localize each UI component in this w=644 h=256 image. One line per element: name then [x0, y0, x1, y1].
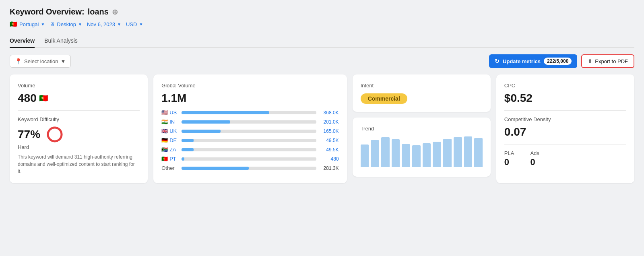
cpc-label: CPC [504, 83, 626, 89]
pla-item: PLA 0 [504, 150, 514, 167]
pla-label: PLA [504, 150, 514, 156]
location-pin-icon: 📍 [15, 58, 22, 64]
kd-row: 77% [18, 126, 140, 143]
location-chevron: ▼ [41, 22, 45, 27]
kd-donut [46, 126, 64, 143]
svg-point-1 [48, 128, 62, 141]
update-metrics-button[interactable]: ↻ Update metrics 222/5,000 [489, 54, 577, 68]
divider-2 [504, 110, 626, 111]
device-filter[interactable]: 🖥 Desktop ▼ [50, 21, 82, 27]
trend-bar [433, 142, 441, 167]
trend-bar [361, 145, 369, 167]
location-label: Portugal [19, 21, 39, 27]
page-wrapper: Keyword Overview: loans ⊕ 🇵🇹 Portugal ▼ … [0, 0, 644, 256]
tab-bulk-analysis[interactable]: Bulk Analysis [44, 34, 77, 48]
kd-rating: Hard [18, 144, 140, 150]
select-location-label: Select location [24, 58, 58, 64]
ads-item: Ads 0 [530, 150, 539, 167]
global-volume-value: 1.1M [161, 92, 339, 105]
cpc-density-card: CPC $0.52 Competitive Density 0.07 PLA 0… [496, 74, 634, 183]
trend-bar [443, 139, 452, 167]
metrics-counter: 222/5,000 [544, 58, 572, 65]
trend-bar [381, 137, 390, 167]
location-flag: 🇵🇹 [10, 21, 17, 28]
volume-value: 480 🇵🇹 [18, 92, 140, 105]
intent-label: Intent [361, 83, 483, 89]
kd-description: This keyword will demand 311 high-author… [18, 153, 140, 175]
ads-label: Ads [530, 150, 539, 156]
pla-value: 0 [504, 157, 514, 167]
volume-label: Volume [18, 83, 140, 89]
trend-bar [454, 137, 462, 167]
currency-label: USD [126, 21, 137, 27]
trend-card: Trend [353, 118, 491, 177]
keyword: loans [88, 7, 109, 17]
ads-value: 0 [530, 157, 539, 167]
toolbar-row: 📍 Select location ▼ ↻ Update metrics 222… [10, 54, 634, 68]
select-location-button[interactable]: 📍 Select location ▼ [10, 55, 71, 68]
tab-overview[interactable]: Overview [10, 34, 35, 48]
device-chevron: ▼ [78, 22, 82, 27]
trend-bar [474, 138, 483, 167]
trend-bar [464, 136, 473, 167]
page-title: Keyword Overview: loans ⊕ [10, 7, 634, 17]
global-volume-card: Global Volume 1.1M 🇺🇸US368.0K🇮🇳IN201.0K🇬… [153, 74, 347, 183]
device-label: Desktop [57, 21, 76, 27]
trend-bar [412, 145, 421, 167]
divider-3 [504, 144, 626, 145]
intent-card: Intent Commercial [353, 74, 491, 112]
trend-bar [402, 144, 410, 167]
kd-label: Keyword Difficulty [18, 116, 140, 122]
volume-kd-card: Volume 480 🇵🇹 Keyword Difficulty 77% Har… [10, 74, 148, 183]
country-rows-container: 🇺🇸US368.0K🇮🇳IN201.0K🇬🇧UK165.0K🇩🇪DE49.5K🇿… [161, 109, 339, 171]
export-pdf-label: Export to PDF [595, 58, 628, 64]
title-prefix: Keyword Overview: [10, 7, 85, 17]
volume-flag: 🇵🇹 [39, 94, 48, 103]
country-row: 🇮🇳IN201.0K [161, 119, 339, 125]
date-filter[interactable]: Nov 6, 2023 ▼ [87, 21, 121, 27]
divider-1 [18, 110, 140, 111]
filters-row: 🇵🇹 Portugal ▼ 🖥 Desktop ▼ Nov 6, 2023 ▼ … [10, 21, 634, 28]
date-label: Nov 6, 2023 [87, 21, 115, 27]
refresh-icon: ↻ [495, 58, 500, 64]
country-row: Other281.3K [161, 165, 339, 171]
toolbar-right: ↻ Update metrics 222/5,000 ⬆ Export to P… [489, 54, 634, 68]
device-icon: 🖥 [50, 21, 55, 27]
select-location-chevron: ▼ [61, 58, 66, 64]
density-label: Competitive Density [504, 116, 626, 122]
density-value: 0.07 [504, 126, 626, 138]
location-filter[interactable]: 🇵🇹 Portugal ▼ [10, 21, 45, 28]
currency-chevron: ▼ [139, 22, 143, 27]
export-icon: ⬆ [588, 58, 592, 64]
trend-chart [361, 136, 483, 169]
pla-ads-row: PLA 0 Ads 0 [504, 150, 626, 167]
currency-filter[interactable]: USD ▼ [126, 21, 143, 27]
cpc-value: $0.52 [504, 92, 626, 105]
date-chevron: ▼ [117, 22, 121, 27]
trend-label: Trend [361, 126, 483, 132]
tabs-row: Overview Bulk Analysis [10, 34, 634, 48]
country-row: 🇬🇧UK165.0K [161, 128, 339, 134]
cards-row: Volume 480 🇵🇹 Keyword Difficulty 77% Har… [10, 74, 634, 183]
country-row: 🇺🇸US368.0K [161, 109, 339, 116]
country-row: 🇿🇦ZA49.5K [161, 147, 339, 153]
add-keyword-icon[interactable]: ⊕ [112, 8, 118, 17]
intent-trend-column: Intent Commercial Trend [353, 74, 491, 183]
update-metrics-label: Update metrics [503, 58, 541, 64]
export-pdf-button[interactable]: ⬆ Export to PDF [581, 54, 634, 68]
global-volume-label: Global Volume [161, 83, 339, 89]
country-row: 🇩🇪DE49.5K [161, 137, 339, 143]
trend-bar [392, 139, 400, 167]
trend-bar [371, 140, 379, 167]
kd-value: 77% [18, 128, 40, 141]
commercial-badge: Commercial [361, 93, 407, 104]
trend-bar [423, 143, 431, 167]
country-row: 🇵🇹PT480 [161, 156, 339, 162]
